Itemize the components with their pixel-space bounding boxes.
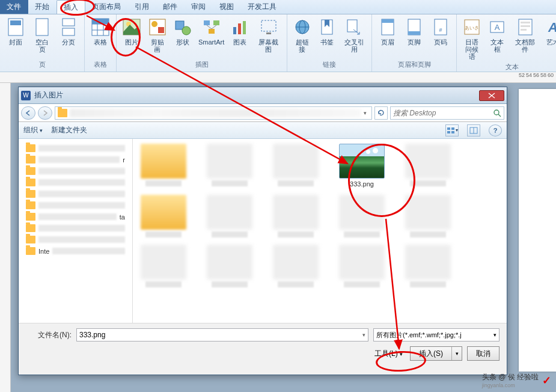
chart-button[interactable]: 图表: [227, 16, 252, 59]
footer-icon: [405, 17, 424, 37]
tab-developer[interactable]: 开发工具: [241, 0, 284, 14]
search-box[interactable]: [390, 106, 504, 120]
shapes-button[interactable]: 形状: [170, 16, 195, 59]
pagenum-button[interactable]: #页码: [427, 16, 454, 59]
quickparts-button[interactable]: 文档部件: [510, 16, 541, 61]
tab-mailings[interactable]: 邮件: [156, 0, 185, 14]
file-item[interactable]: [204, 245, 255, 287]
svg-rect-20: [209, 29, 215, 34]
hyperlink-icon: [293, 17, 312, 37]
tab-review[interactable]: 审阅: [185, 0, 213, 14]
tab-file[interactable]: 文件: [0, 0, 28, 14]
textbox-button[interactable]: A文本框: [484, 16, 510, 61]
path-breadcrumb[interactable]: ▾: [55, 106, 372, 120]
tab-insert[interactable]: 插入: [57, 0, 85, 14]
close-button[interactable]: [479, 90, 504, 101]
clipart-button[interactable]: 剪贴画: [144, 16, 170, 59]
bookmark-button[interactable]: 书签: [314, 16, 338, 59]
file-item[interactable]: [270, 195, 322, 237]
header-button[interactable]: 页眉: [374, 16, 401, 59]
folder-tree[interactable]: r ta Inte: [19, 139, 133, 323]
svg-rect-27: [266, 32, 271, 34]
file-item-selected[interactable]: 333.png: [336, 144, 388, 188]
group-label-pages: 页: [2, 59, 82, 70]
file-item[interactable]: [138, 144, 189, 188]
tree-item[interactable]: [21, 200, 130, 211]
cancel-button[interactable]: 取消: [467, 346, 499, 361]
file-filter-combo[interactable]: 所有图片(*.emf;*.wmf;*.jpg;*.j▾: [373, 328, 499, 341]
help-button[interactable]: ?: [489, 124, 502, 136]
svg-rect-55: [451, 131, 454, 133]
svg-line-51: [498, 114, 501, 117]
tree-item[interactable]: ta: [21, 211, 130, 222]
group-label-illustrations: 插图: [119, 59, 284, 70]
tree-item[interactable]: [21, 234, 130, 245]
crossref-button[interactable]: 交叉引用: [339, 16, 370, 59]
smartart-button[interactable]: SmartArt: [195, 16, 227, 59]
pane-button[interactable]: [467, 124, 480, 136]
table-button[interactable]: 表格: [87, 16, 114, 59]
group-header-footer: 页眉 页脚 #页码 页眉和页脚: [372, 14, 457, 72]
file-item[interactable]: [402, 245, 454, 287]
hyperlink-button[interactable]: 超链接: [290, 16, 314, 59]
svg-point-14: [151, 21, 157, 27]
svg-rect-25: [243, 21, 246, 34]
file-item[interactable]: [336, 245, 388, 287]
file-item[interactable]: [270, 144, 322, 188]
tree-item[interactable]: [21, 177, 130, 188]
dialog-bottom: 文件名(N): 333.png▾ 所有图片(*.emf;*.wmf;*.jpg;…: [19, 323, 507, 368]
greeting-button[interactable]: あいさ日语 问候语: [459, 16, 484, 61]
tree-item[interactable]: [21, 222, 130, 234]
nav-back-button[interactable]: [21, 106, 35, 120]
new-folder-button[interactable]: 新建文件夹: [51, 125, 87, 135]
insert-dropdown[interactable]: ▾: [452, 351, 462, 357]
tree-item[interactable]: [21, 142, 130, 154]
screenshot-button[interactable]: 屏幕截图: [252, 16, 284, 59]
file-item[interactable]: [402, 144, 454, 188]
group-links: 超链接 书签 交叉引用 链接: [287, 14, 372, 72]
tab-references[interactable]: 引用: [128, 0, 156, 14]
file-item[interactable]: [204, 144, 255, 188]
filename-label: 文件名(N):: [26, 330, 72, 340]
file-item[interactable]: [270, 245, 322, 287]
tab-view[interactable]: 视图: [213, 0, 241, 14]
file-item[interactable]: [204, 195, 255, 237]
tab-home[interactable]: 开始: [28, 0, 57, 14]
folder-icon: [26, 201, 35, 209]
tree-item[interactable]: [21, 188, 130, 200]
group-text: あいさ日语 问候语 A文本框 文档部件 A艺术 文本: [457, 14, 556, 72]
file-item[interactable]: [138, 195, 189, 237]
file-item[interactable]: [336, 195, 388, 237]
page-break-button[interactable]: 分页: [55, 16, 82, 59]
footer-button[interactable]: 页脚: [401, 16, 427, 59]
blank-page-button[interactable]: 空白页: [29, 16, 56, 59]
svg-point-50: [494, 110, 499, 115]
organize-button[interactable]: 组织 ▾: [23, 125, 43, 135]
svg-rect-53: [451, 127, 454, 130]
view-mode-button[interactable]: ▾: [445, 124, 459, 136]
refresh-button[interactable]: [374, 106, 388, 120]
insert-button[interactable]: 插入(S)▾: [410, 346, 462, 361]
table-icon: [91, 17, 110, 37]
tree-item[interactable]: [21, 165, 130, 177]
search-input[interactable]: [393, 109, 493, 117]
nav-forward-button[interactable]: [38, 106, 52, 120]
dialog-titlebar[interactable]: W 插入图片: [19, 87, 507, 104]
vertical-ruler: [0, 83, 11, 392]
file-grid[interactable]: 333.png: [133, 139, 507, 323]
svg-rect-26: [261, 20, 276, 31]
file-item[interactable]: [138, 245, 189, 287]
filename-input[interactable]: 333.png▾: [76, 328, 368, 341]
tree-item[interactable]: r: [21, 154, 130, 165]
blank-page-icon: [32, 17, 52, 37]
picture-button[interactable]: 图片: [119, 16, 144, 59]
file-item[interactable]: [402, 195, 454, 237]
wordart-button[interactable]: A艺术: [541, 16, 556, 61]
tools-button[interactable]: 工具(L) ▾: [374, 349, 403, 359]
tree-item[interactable]: Inte: [21, 245, 130, 257]
cover-page-button[interactable]: 封面: [2, 16, 29, 59]
svg-point-17: [182, 26, 191, 35]
svg-rect-36: [408, 31, 420, 35]
tab-layout[interactable]: 页面布局: [85, 0, 128, 14]
ribbon: 封面 空白页 分页 页 表格 表格 图片 剪贴画 形状 SmartArt 图表 …: [0, 14, 556, 72]
